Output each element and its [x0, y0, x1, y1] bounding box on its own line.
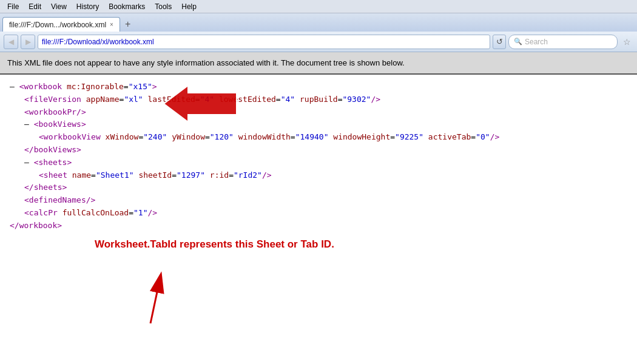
- reload-button[interactable]: ↺: [493, 35, 506, 49]
- menu-help[interactable]: Help: [177, 1, 201, 12]
- notice-text: This XML file does not appear to have an…: [7, 58, 405, 67]
- search-icon: 🔍: [514, 38, 522, 46]
- xml-line-7: – <sheets>: [10, 157, 627, 169]
- navbar: ◀ ▶ ↺ 🔍 Search ☆: [0, 32, 637, 52]
- xml-line-8: <sheet name="Sheet1" sheetId="1297" r:id…: [10, 169, 627, 182]
- menu-view[interactable]: View: [46, 1, 72, 12]
- xml-notice-bar: This XML file does not appear to have an…: [0, 52, 637, 75]
- svg-line-3: [150, 275, 161, 323]
- search-placeholder: Search: [525, 38, 548, 46]
- address-bar[interactable]: [38, 35, 490, 49]
- search-bar-container: 🔍 Search: [508, 35, 618, 49]
- menu-bookmarks[interactable]: Bookmarks: [104, 1, 150, 12]
- xml-content-area: – <workbook mc:Ignorable="x15"> <fileVer…: [0, 75, 637, 258]
- annotation-text: Worksheet.TabId represents this Sheet or…: [10, 232, 627, 252]
- xml-line-10: <definedNames/>: [10, 194, 627, 207]
- xml-line-4: – <bookViews>: [10, 118, 627, 131]
- menubar: File Edit View History Bookmarks Tools H…: [0, 0, 637, 13]
- bookmark-button[interactable]: ☆: [620, 35, 633, 49]
- xml-line-1: – <workbook mc:Ignorable="x15">: [10, 81, 627, 93]
- active-tab[interactable]: file:///F:/Down.../workbook.xml ×: [2, 17, 120, 32]
- back-button[interactable]: ◀: [4, 35, 18, 49]
- tab-label: file:///F:/Down.../workbook.xml: [9, 21, 106, 29]
- new-tab-button[interactable]: +: [120, 17, 135, 32]
- tab-close-button[interactable]: ×: [110, 21, 113, 28]
- xml-line-6: </bookViews>: [10, 144, 627, 157]
- tabbar: file:///F:/Down.../workbook.xml × +: [0, 13, 637, 32]
- menu-tools[interactable]: Tools: [150, 1, 177, 12]
- menu-history[interactable]: History: [72, 1, 104, 12]
- xml-line-2: <fileVersion appName="xl" lastEdited="4"…: [10, 93, 627, 106]
- xml-line-9: </sheets>: [10, 181, 627, 194]
- xml-line-11: <calcPr fullCalcOnLoad="1"/>: [10, 207, 627, 220]
- xml-line-3: <workbookPr/>: [10, 106, 627, 119]
- menu-edit[interactable]: Edit: [24, 1, 46, 12]
- forward-button[interactable]: ▶: [21, 35, 35, 49]
- menu-file[interactable]: File: [2, 1, 24, 12]
- xml-line-5: <workbookView xWindow="240" yWindow="120…: [10, 131, 627, 144]
- xml-line-12: </workbook>: [10, 220, 627, 232]
